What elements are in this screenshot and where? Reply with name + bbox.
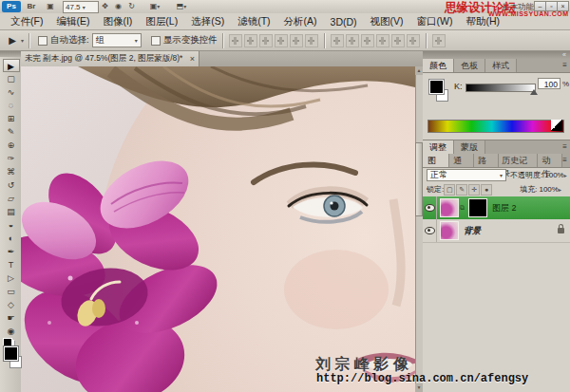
view-extras-icon[interactable]: ▣ bbox=[42, 1, 59, 12]
shape-tool[interactable]: ▭ bbox=[3, 285, 20, 298]
pen-tool[interactable]: ✒ bbox=[3, 245, 20, 258]
lock-position-icon[interactable]: ✛ bbox=[468, 184, 480, 196]
k-slider[interactable] bbox=[466, 84, 536, 92]
tab-swatches[interactable]: 色板 bbox=[454, 59, 485, 72]
align-right-icon[interactable] bbox=[305, 34, 318, 47]
menu-layer[interactable]: 图层(L) bbox=[139, 15, 184, 28]
canvas-vertical-scrollbar[interactable] bbox=[415, 66, 423, 392]
move-tool[interactable]: ▶ bbox=[3, 59, 20, 72]
blur-tool[interactable]: ◒ bbox=[3, 218, 20, 232]
visibility-toggle[interactable] bbox=[423, 196, 437, 219]
layer-name[interactable]: 背景 bbox=[464, 225, 481, 237]
menu-view[interactable]: 视图(V) bbox=[364, 15, 410, 28]
document-tab[interactable]: 未完 副本.jpg @ 47.5%(图层 2, 图层蒙版/8)* × bbox=[21, 51, 200, 66]
gradient-tool[interactable]: ▤ bbox=[3, 205, 20, 218]
visibility-toggle[interactable] bbox=[423, 219, 437, 242]
arrange-documents-icon[interactable]: ▣▾ bbox=[144, 1, 165, 12]
tab-history[interactable]: 历史记录 bbox=[499, 154, 538, 167]
menu-3d[interactable]: 3D(D) bbox=[324, 16, 364, 28]
tab-adjustments[interactable]: 调整 bbox=[423, 140, 454, 154]
zoom-tool[interactable]: ◉ bbox=[3, 325, 20, 338]
crop-tool[interactable]: ⊞ bbox=[3, 112, 20, 125]
k-slider-handle[interactable] bbox=[530, 89, 538, 95]
color-foreground-swatch[interactable] bbox=[429, 80, 444, 94]
distribute-vertical-center-icon[interactable] bbox=[346, 34, 359, 47]
dodge-tool[interactable]: ◐ bbox=[3, 232, 20, 245]
tab-layers[interactable]: 图层 bbox=[423, 154, 449, 167]
tab-channels[interactable]: 通道 bbox=[449, 154, 474, 167]
screen-mode-icon[interactable]: ⬒▾ bbox=[171, 1, 192, 12]
fill-arrow-icon[interactable]: ▸ bbox=[559, 186, 561, 193]
dock-collapse-bar[interactable]: « bbox=[423, 51, 570, 59]
opacity-value[interactable]: 100% bbox=[544, 171, 563, 179]
layer-row-layer2[interactable]: ⧉ 图层 2 bbox=[423, 196, 570, 220]
tab-masks[interactable]: 蒙版 bbox=[454, 140, 485, 154]
layer-row-background[interactable]: 背景 bbox=[423, 219, 570, 243]
tab-close-icon[interactable]: × bbox=[190, 54, 195, 64]
fill-value[interactable]: 100% bbox=[539, 185, 558, 194]
eraser-tool[interactable]: ▱ bbox=[3, 192, 20, 205]
zoom-icon[interactable]: ◉ bbox=[112, 1, 124, 12]
auto-select-dropdown[interactable]: 组 ▾ bbox=[92, 33, 142, 47]
opacity-arrow-icon[interactable]: ▸ bbox=[564, 172, 567, 178]
color-spectrum-bar[interactable] bbox=[428, 120, 564, 133]
bridge-icon[interactable]: Br bbox=[25, 1, 38, 12]
brush-tool[interactable]: ✑ bbox=[3, 152, 20, 165]
foreground-color-swatch[interactable] bbox=[4, 346, 18, 361]
distribute-horizontal-center-icon[interactable] bbox=[391, 34, 405, 47]
k-value-input[interactable]: 100 bbox=[538, 78, 560, 89]
menu-filter[interactable]: 滤镜(T) bbox=[231, 15, 276, 28]
auto-select-checkbox[interactable] bbox=[38, 36, 48, 46]
lasso-tool[interactable]: ∿ bbox=[3, 85, 20, 99]
tab-color[interactable]: 颜色 bbox=[423, 59, 454, 72]
distribute-right-icon[interactable] bbox=[407, 34, 420, 47]
scrollbar-thumb[interactable] bbox=[415, 142, 423, 216]
align-horizontal-center-icon[interactable] bbox=[290, 34, 303, 47]
tab-paths[interactable]: 路径 bbox=[474, 154, 499, 167]
3d-rotate-tool[interactable]: ◇ bbox=[3, 298, 20, 311]
lock-pixels-icon[interactable]: ✎ bbox=[456, 184, 467, 196]
align-top-icon[interactable] bbox=[229, 34, 242, 47]
healing-brush-tool[interactable]: ⊕ bbox=[3, 139, 20, 152]
distribute-left-icon[interactable] bbox=[376, 34, 390, 47]
layer-thumbnail[interactable] bbox=[440, 198, 459, 217]
eyedropper-tool[interactable]: ✎ bbox=[3, 125, 20, 139]
blend-mode-dropdown[interactable]: 正常 ▾ bbox=[427, 169, 506, 181]
lock-transparency-icon[interactable]: ▢ bbox=[444, 184, 455, 196]
menu-edit[interactable]: 编辑(E) bbox=[49, 15, 96, 28]
layer-mask-thumbnail[interactable] bbox=[468, 198, 487, 217]
rotate-view-icon[interactable]: ↻ bbox=[125, 1, 138, 12]
show-transform-checkbox[interactable] bbox=[151, 36, 161, 46]
quick-selection-tool[interactable]: ◌ bbox=[3, 99, 20, 112]
clone-stamp-tool[interactable]: ⌘ bbox=[3, 165, 20, 178]
menu-window[interactable]: 窗口(W) bbox=[410, 15, 460, 28]
panel-menu-icon[interactable]: ≡ bbox=[562, 154, 570, 167]
history-brush-tool[interactable]: ↺ bbox=[3, 178, 20, 192]
path-selection-tool[interactable]: ▷ bbox=[3, 271, 20, 285]
hand-icon[interactable]: ✥ bbox=[99, 1, 111, 12]
toolbox-grip[interactable] bbox=[0, 51, 21, 57]
panel-menu-icon[interactable]: ≡ bbox=[562, 59, 570, 72]
menu-analysis[interactable]: 分析(A) bbox=[277, 15, 324, 28]
panel-menu-icon[interactable]: ≡ bbox=[562, 140, 570, 154]
scroll-up-icon[interactable]: ▲ bbox=[415, 66, 423, 75]
menu-image[interactable]: 图像(I) bbox=[96, 15, 139, 28]
align-vertical-center-icon[interactable] bbox=[244, 34, 257, 47]
hand-tool[interactable]: ☛ bbox=[3, 311, 20, 325]
tab-styles[interactable]: 样式 bbox=[485, 59, 517, 72]
menu-file[interactable]: 文件(F) bbox=[4, 15, 49, 28]
align-left-icon[interactable] bbox=[275, 34, 288, 47]
distribute-bottom-icon[interactable] bbox=[361, 34, 374, 47]
auto-align-layers-icon[interactable] bbox=[432, 34, 446, 47]
type-tool[interactable]: T bbox=[3, 258, 20, 271]
zoom-level-input[interactable]: 47.5 ▾ bbox=[63, 1, 99, 13]
layer-name[interactable]: 图层 2 bbox=[492, 202, 517, 215]
lock-all-icon[interactable]: ● bbox=[481, 184, 492, 196]
mask-link-icon[interactable]: ⧉ bbox=[460, 204, 465, 212]
marquee-tool[interactable]: ▢ bbox=[3, 72, 20, 85]
menu-select[interactable]: 选择(S) bbox=[184, 15, 231, 28]
spectrum-bw-swatch[interactable] bbox=[551, 120, 562, 131]
layer-thumbnail[interactable] bbox=[440, 221, 459, 240]
tab-actions[interactable]: 动作 bbox=[538, 154, 562, 167]
distribute-top-icon[interactable] bbox=[331, 34, 344, 47]
